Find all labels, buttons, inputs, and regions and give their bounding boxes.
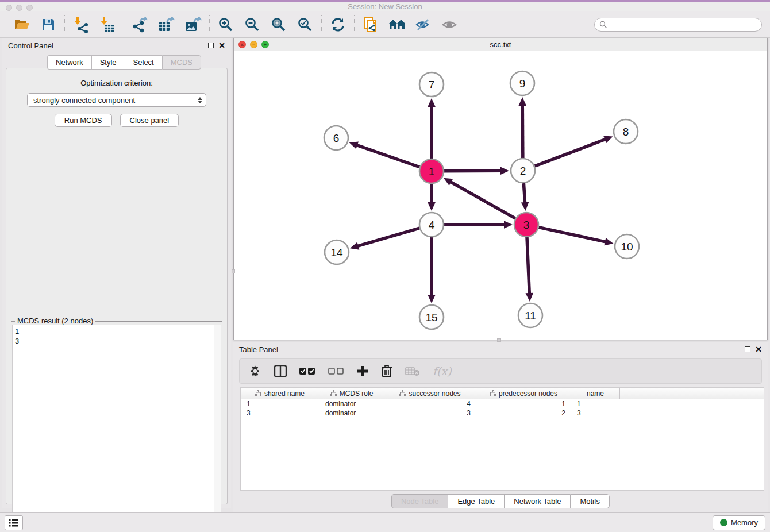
node-label: 9 bbox=[519, 78, 526, 90]
hide-selection-eye-icon[interactable] bbox=[414, 16, 433, 34]
edge-3-to-11[interactable] bbox=[527, 237, 529, 295]
edge-4-to-14[interactable] bbox=[357, 228, 419, 246]
node-10[interactable]: 10 bbox=[615, 234, 639, 259]
control-tab-network[interactable]: Network bbox=[47, 55, 91, 70]
add-column-icon[interactable] bbox=[357, 365, 368, 377]
node-3[interactable]: 3 bbox=[514, 213, 538, 237]
run-mcds-button[interactable]: Run MCDS bbox=[55, 114, 112, 127]
mcds-result-text[interactable]: 13 bbox=[12, 325, 221, 532]
tab-motifs[interactable]: Motifs bbox=[570, 494, 610, 508]
zoom-selected-icon[interactable] bbox=[296, 16, 314, 34]
column-header-successor-nodes[interactable]: successor nodes bbox=[384, 388, 476, 399]
node-label: 6 bbox=[333, 132, 340, 144]
mcds-result-line: 3 bbox=[15, 336, 218, 346]
show-all-eye-icon[interactable] bbox=[441, 16, 459, 34]
deselect-all-checkboxes-icon[interactable] bbox=[328, 367, 344, 375]
delete-column-icon[interactable] bbox=[381, 365, 392, 377]
column-header-label: shared name bbox=[264, 390, 305, 398]
save-session-icon[interactable] bbox=[39, 16, 57, 34]
table-cell[interactable]: 3 bbox=[241, 408, 319, 418]
table-cell[interactable]: 3 bbox=[384, 408, 476, 418]
table-row[interactable]: 3dominator323 bbox=[241, 408, 764, 418]
control-tab-select[interactable]: Select bbox=[125, 55, 162, 70]
node-7[interactable]: 7 bbox=[419, 72, 444, 97]
search-input[interactable] bbox=[607, 21, 757, 29]
edge-3-to-1[interactable] bbox=[449, 182, 515, 219]
edge-3-to-10[interactable] bbox=[538, 228, 606, 242]
search-field[interactable] bbox=[594, 18, 762, 32]
node-4[interactable]: 4 bbox=[419, 213, 444, 237]
node-9[interactable]: 9 bbox=[510, 71, 534, 95]
import-table-icon[interactable] bbox=[98, 16, 117, 34]
zoom-fit-icon[interactable] bbox=[270, 16, 288, 34]
import-network-icon[interactable] bbox=[72, 16, 90, 34]
open-session-icon[interactable] bbox=[13, 16, 31, 34]
control-tab-style[interactable]: Style bbox=[91, 55, 125, 70]
node-6[interactable]: 6 bbox=[324, 126, 348, 150]
column-header-label: name bbox=[587, 390, 604, 398]
home-layout-icon[interactable] bbox=[388, 16, 406, 34]
network-window-titlebar[interactable]: scc.txt × − + bbox=[234, 38, 767, 51]
column-header-name[interactable]: name bbox=[571, 388, 620, 399]
refresh-icon[interactable] bbox=[329, 16, 347, 34]
column-header-shared-name[interactable]: shared name bbox=[241, 388, 319, 399]
tab-node-table[interactable]: Node Table bbox=[391, 494, 448, 508]
table-panel-float-button[interactable] bbox=[745, 346, 750, 352]
zoom-out-icon[interactable] bbox=[243, 16, 261, 34]
window-close-button[interactable] bbox=[6, 5, 12, 11]
tab-edge-table[interactable]: Edge Table bbox=[448, 494, 504, 508]
select-all-checkboxes-icon[interactable] bbox=[299, 367, 315, 375]
table-cell[interactable]: 1 bbox=[571, 399, 620, 408]
export-network-icon[interactable] bbox=[131, 16, 149, 34]
criterion-dropdown[interactable]: strongly connected component bbox=[27, 93, 206, 107]
table-cell[interactable]: 3 bbox=[571, 408, 620, 418]
control-tab-mcds[interactable]: MCDS bbox=[162, 55, 201, 70]
export-image-icon[interactable] bbox=[184, 16, 202, 34]
control-panel-float-button[interactable] bbox=[208, 43, 214, 48]
node-15[interactable]: 15 bbox=[419, 305, 444, 329]
table-cell[interactable]: 1 bbox=[476, 399, 571, 408]
window-minimize-button[interactable] bbox=[16, 5, 22, 11]
column-layout-icon[interactable] bbox=[274, 365, 287, 377]
node-8[interactable]: 8 bbox=[614, 119, 638, 144]
node-table-header[interactable]: shared nameMCDS rolesuccessor nodesprede… bbox=[241, 388, 764, 399]
column-header-predecessor-nodes[interactable]: predecessor nodes bbox=[476, 388, 571, 399]
table-cell[interactable]: dominator bbox=[319, 408, 384, 418]
horizontal-splitter-handle[interactable] bbox=[497, 338, 501, 342]
edge-2-to-9[interactable] bbox=[522, 104, 523, 158]
table-cell[interactable]: dominator bbox=[319, 399, 384, 408]
tab-network-table[interactable]: Network Table bbox=[504, 494, 570, 508]
edge-1-to-2[interactable] bbox=[444, 171, 502, 171]
node-2[interactable]: 2 bbox=[511, 159, 535, 183]
settings-gear-icon[interactable] bbox=[249, 365, 261, 377]
duplicate-network-icon[interactable] bbox=[361, 16, 380, 34]
edge-2-to-3[interactable] bbox=[523, 183, 525, 204]
node-11[interactable]: 11 bbox=[518, 303, 542, 327]
mcds-result-scrollbar[interactable] bbox=[214, 325, 221, 532]
node-1[interactable]: 1 bbox=[419, 159, 444, 183]
window-zoom-button[interactable] bbox=[26, 5, 33, 11]
node-table-body: 1dominator4113dominator323 bbox=[241, 399, 764, 418]
task-history-button[interactable] bbox=[5, 515, 23, 530]
table-cell[interactable]: 4 bbox=[384, 399, 476, 408]
edge-2-to-8[interactable] bbox=[535, 139, 607, 166]
memory-button[interactable]: Memory bbox=[713, 515, 765, 530]
table-panel-close-button[interactable]: ✕ bbox=[755, 346, 762, 352]
main-toolbar bbox=[0, 11, 770, 38]
control-panel-close-button[interactable]: ✕ bbox=[218, 43, 225, 48]
table-cell[interactable]: 1 bbox=[241, 399, 319, 408]
table-panel-tabs: Node TableEdge TableNetwork TableMotifs bbox=[233, 494, 768, 508]
node-label: 1 bbox=[429, 165, 435, 178]
column-header-MCDS-role[interactable]: MCDS role bbox=[319, 388, 384, 399]
export-table-icon[interactable] bbox=[157, 16, 176, 34]
table-row[interactable]: 1dominator411 bbox=[241, 399, 764, 408]
window-controls[interactable] bbox=[6, 5, 33, 11]
zoom-in-icon[interactable] bbox=[217, 16, 235, 34]
network-canvas[interactable]: 7968124314101511 bbox=[234, 51, 767, 340]
edge-1-to-6[interactable] bbox=[356, 145, 419, 167]
node-14[interactable]: 14 bbox=[325, 240, 349, 264]
close-panel-button[interactable]: Close panel bbox=[120, 114, 179, 127]
vertical-splitter-handle[interactable] bbox=[232, 269, 235, 273]
table-cell[interactable]: 2 bbox=[476, 408, 571, 418]
mcds-panel: Optimization criterion: strongly connect… bbox=[6, 68, 228, 504]
